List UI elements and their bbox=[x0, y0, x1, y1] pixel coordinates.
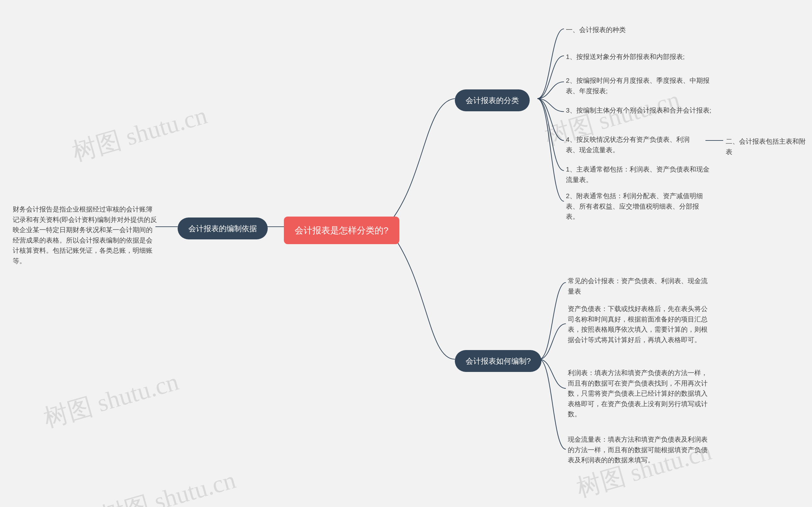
leaf-class-4: 3、按编制主体分有个别会计报表和合并会计报表; bbox=[566, 105, 711, 116]
branch-classification[interactable]: 会计报表的分类 bbox=[455, 90, 530, 111]
leaf-class-7: 2、附表通常包括：利润分配表、资产减值明细表、所有者权益、应交增值税明细表、分部… bbox=[566, 191, 712, 222]
watermark: 树图 shutu.cn bbox=[40, 365, 183, 435]
branch-basis[interactable]: 会计报表的编制依据 bbox=[178, 218, 268, 239]
leaf-prep-3: 利润表：填表方法和填资产负债表的方法一样，而且有的数据可在资产负债表找到，不用再… bbox=[568, 368, 714, 419]
leaf-class-side: 二、会计报表包括主表和附表 bbox=[726, 136, 808, 157]
leaf-basis-text: 财务会计报告是指企业根据经过审核的会计账簿记录和有关资料(即会计资料)编制并对外… bbox=[13, 204, 159, 266]
root-node[interactable]: 会计报表是怎样分类的? bbox=[284, 217, 399, 244]
leaf-class-5: 4、按反映情况状态分有资产负债表、利润表、现金流量表。 bbox=[566, 134, 702, 155]
leaf-class-3: 2、按编报时间分有月度报表、季度报表、中期报表、年度报表; bbox=[566, 75, 712, 96]
leaf-class-1: 一、会计报表的种类 bbox=[566, 25, 626, 35]
leaf-class-6: 1、主表通常都包括：利润表、资产负债表和现金流量表。 bbox=[566, 164, 712, 185]
leaf-prep-1: 常见的会计报表：资产负债表、利润表、现金流量表 bbox=[568, 276, 714, 296]
leaf-prep-2: 资产负债表：下载或找好表格后，先在表头将公司名称和时间真好，根据前面准备好的项目… bbox=[568, 304, 714, 345]
branch-how-to-prepare[interactable]: 会计报表如何编制? bbox=[455, 350, 541, 372]
watermark: 树图 shutu.cn bbox=[68, 99, 211, 169]
watermark: 树图 shutu.cn bbox=[97, 463, 240, 507]
leaf-class-2: 1、按报送对象分有外部报表和内部报表; bbox=[566, 52, 685, 62]
leaf-prep-4: 现金流量表：填表方法和填资产负债表及利润表的方法一样，而且有的数据可能根据填资产… bbox=[568, 434, 714, 465]
